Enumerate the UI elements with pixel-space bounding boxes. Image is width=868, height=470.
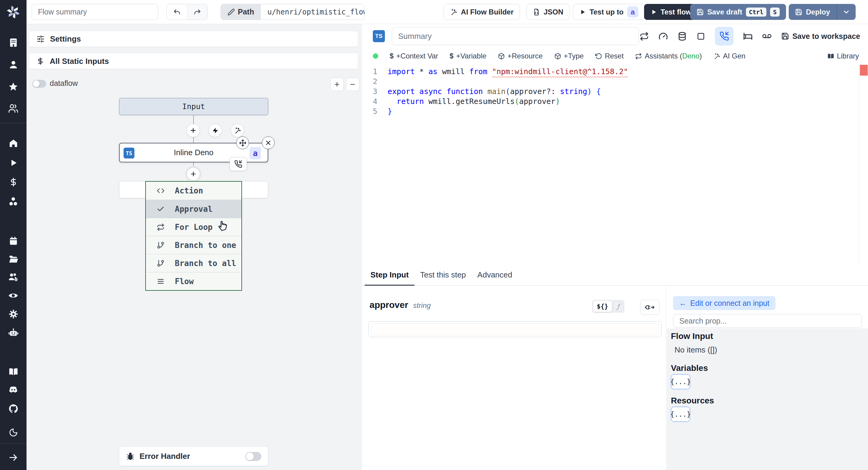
sidebar-item-folders[interactable] — [0, 254, 27, 264]
windmill-logo-icon — [7, 5, 20, 19]
menu-item-action[interactable]: Action — [146, 182, 241, 200]
code-editor[interactable]: 1 2 3 4 5 import * as wmill from "npm:wi… — [362, 64, 868, 265]
menu-item-approval[interactable]: Approval — [146, 200, 241, 218]
mode-javascript-button[interactable]: ƒ — [613, 301, 623, 312]
reset-button[interactable]: Reset — [595, 52, 624, 60]
step-header-actions: Save to workspace — [640, 24, 860, 48]
refresh-icon — [635, 53, 642, 60]
variables-browse-button[interactable]: {...} — [671, 374, 690, 389]
sidebar-item-home[interactable] — [0, 138, 27, 149]
zoom-in-button[interactable]: + — [330, 78, 344, 91]
add-context-var-button[interactable]: $+Context Var — [390, 52, 438, 60]
prop-value-input[interactable] — [368, 321, 661, 337]
insert-step-below-button[interactable] — [187, 168, 199, 180]
sidebar-item-docs[interactable] — [0, 366, 27, 377]
sidebar-item-audit-logs[interactable] — [0, 290, 27, 301]
package-icon — [498, 53, 505, 60]
search-prop-input[interactable] — [673, 314, 862, 328]
tab-test-this-step[interactable]: Test this step — [414, 265, 472, 286]
sidebar-item-groups[interactable] — [0, 103, 27, 114]
add-resource-button[interactable]: +Resource — [498, 52, 543, 60]
path-value: u/henri/optimistic_flow — [261, 4, 365, 20]
sidebar-item-ai[interactable] — [0, 327, 27, 338]
bug-icon — [126, 452, 135, 461]
mode-template-button[interactable]: ${} — [593, 301, 612, 312]
phone-incoming-icon — [719, 31, 729, 41]
line-number: 4 — [362, 96, 377, 106]
typescript-badge: TS — [124, 148, 134, 158]
suspend-approval-button[interactable] — [230, 157, 247, 171]
code-line-5: } — [388, 106, 856, 116]
ai-gen-button[interactable]: AI Gen — [713, 52, 746, 60]
step-summary-input[interactable] — [392, 27, 639, 45]
sliders-icon — [36, 35, 44, 43]
library-button[interactable]: Library — [827, 52, 859, 60]
error-handler-node[interactable]: Error Handler — [119, 446, 268, 466]
insert-step-button[interactable] — [187, 124, 200, 137]
sidebar-item-discord[interactable] — [0, 384, 27, 395]
sidebar-item-user[interactable] — [0, 59, 27, 70]
flow-summary-input[interactable] — [32, 4, 158, 20]
dataflow-toggle[interactable] — [32, 80, 46, 88]
flow-settings-bar[interactable]: Settings — [29, 31, 358, 47]
editor-scrollbar-track[interactable] — [859, 64, 859, 265]
ai-flow-builder-button[interactable]: AI Flow Builder — [444, 4, 520, 20]
sidebar-item-workers[interactable] — [0, 272, 27, 283]
edit-or-connect-button[interactable]: ←Edit or connect an input — [673, 296, 775, 310]
tab-step-input[interactable]: Step Input — [365, 265, 414, 286]
suspend-approval-setting-button[interactable] — [715, 27, 734, 45]
wand-icon — [450, 8, 457, 15]
cache-icon[interactable] — [678, 32, 687, 41]
repeat-icon — [157, 223, 164, 231]
deploy-button[interactable]: Deploy — [789, 4, 856, 20]
save-to-workspace-button[interactable]: Save to workspace — [781, 32, 860, 41]
sidebar-item-runs[interactable] — [0, 157, 27, 168]
error-handler-toggle[interactable] — [245, 452, 261, 461]
redo-button[interactable] — [187, 4, 208, 20]
tab-advanced[interactable]: Advanced — [472, 265, 518, 286]
flow-input-node[interactable]: Input — [119, 98, 268, 115]
sidebar-item-workspace[interactable] — [0, 37, 27, 48]
dark-mode-toggle[interactable] — [0, 427, 27, 438]
add-variable-button[interactable]: $+Variable — [450, 52, 487, 60]
sidebar-item-variables[interactable] — [0, 177, 27, 187]
sidebar-item-resources[interactable] — [0, 196, 27, 207]
plus-icon — [190, 170, 197, 178]
connect-input-button[interactable] — [640, 300, 659, 315]
menu-item-branch-to-one[interactable]: Branch to one — [146, 236, 241, 254]
all-static-inputs-bar[interactable]: All Static Inputs — [29, 53, 358, 69]
sidebar-item-github[interactable] — [0, 403, 27, 414]
delete-step-button[interactable] — [262, 136, 275, 149]
sidebar-expand-button[interactable] — [0, 452, 27, 463]
rotate-ccw-icon — [595, 53, 602, 60]
sidebar-item-favorites[interactable] — [0, 81, 27, 92]
zoom-out-button[interactable]: − — [346, 78, 359, 91]
menu-item-branch-to-all[interactable]: Branch to all — [146, 254, 241, 272]
sidebar-item-schedules[interactable] — [0, 235, 27, 246]
deploy-dropdown-button[interactable] — [837, 4, 855, 20]
insert-trigger-button[interactable] — [209, 124, 222, 137]
sidebar-item-settings[interactable] — [0, 309, 27, 319]
test-up-to-button[interactable]: Test up toa — [573, 4, 645, 20]
early-stop-icon[interactable] — [658, 32, 668, 41]
concurrency-icon[interactable] — [696, 32, 705, 41]
mock-icon[interactable] — [762, 32, 772, 41]
windmill-logo[interactable] — [0, 0, 27, 24]
save-draft-button[interactable]: Save draftCtrlS — [690, 4, 786, 20]
kbd-s: S — [770, 7, 780, 17]
assistant-lang: Deno — [682, 52, 699, 60]
json-button[interactable]: JSON — [527, 4, 569, 20]
move-step-button[interactable] — [236, 136, 249, 149]
assistants-button[interactable]: Assistants (Deno) — [635, 52, 702, 60]
sleep-icon[interactable] — [743, 32, 752, 41]
test-flow-button[interactable]: Test flow — [644, 4, 698, 20]
book-icon — [827, 53, 834, 60]
add-type-button[interactable]: +Type — [554, 52, 584, 60]
insert-ai-step-button[interactable] — [231, 124, 244, 137]
path-editor[interactable]: Path u/henri/optimistic_flow — [221, 4, 365, 20]
resources-browse-button[interactable]: {...} — [671, 407, 690, 422]
undo-redo-group — [166, 4, 208, 20]
undo-button[interactable] — [167, 4, 187, 20]
menu-item-flow[interactable]: Flow — [146, 272, 241, 290]
retry-icon[interactable] — [640, 32, 649, 41]
